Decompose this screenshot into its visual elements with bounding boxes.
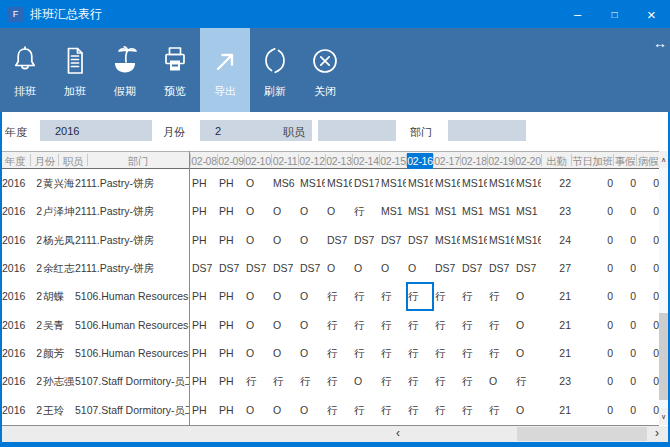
cell-attendance[interactable]: 21 <box>541 396 574 424</box>
cell-shift[interactable]: 行 <box>327 339 352 367</box>
cell-department[interactable]: 5107.Staff Dormitory-员工宿舍 <box>75 367 189 395</box>
cell-shift[interactable]: 行 <box>462 311 487 339</box>
header-date-02-20[interactable]: 02-20 <box>515 153 541 169</box>
cell-holiday-overtime[interactable]: 0 <box>571 282 617 310</box>
cell-month[interactable]: 2 <box>20 311 43 339</box>
toolbar-button-关闭[interactable]: 关闭 <box>300 28 350 112</box>
cell-employee-name[interactable]: 余红志 <box>43 254 75 282</box>
cell-department[interactable]: 2111.Pastry-饼房 <box>75 254 189 282</box>
cell-shift[interactable]: MS16 <box>489 226 514 254</box>
cell-shift[interactable]: O <box>300 311 325 339</box>
cell-shift[interactable]: PH <box>219 311 244 339</box>
filter-input-职员[interactable] <box>318 120 396 141</box>
cell-shift[interactable]: 行 <box>354 282 379 310</box>
cell-shift[interactable]: DS7 <box>219 254 244 282</box>
cell-shift[interactable]: 行 <box>354 396 379 424</box>
close-button[interactable]: × <box>633 0 670 28</box>
cell-shift[interactable]: 行 <box>435 396 460 424</box>
header-date-02-14[interactable]: 02-14 <box>353 153 379 169</box>
cell-shift[interactable]: O <box>516 311 541 339</box>
cell-shift[interactable]: 行 <box>381 282 406 310</box>
vertical-scrollbar[interactable]: ∧ ∨ <box>659 151 668 425</box>
cell-employee-name[interactable]: 卢泽坤 <box>43 197 75 225</box>
toolbar-button-刷新[interactable]: 刷新 <box>250 28 300 112</box>
cell-shift[interactable]: 行 <box>381 311 406 339</box>
cell-shift[interactable]: MS16 <box>435 226 460 254</box>
cell-shift[interactable]: DS7 <box>408 226 433 254</box>
cell-shift[interactable]: O <box>246 282 271 310</box>
scroll-left-icon[interactable]: ‹ <box>390 426 406 442</box>
header-date-02-10[interactable]: 02-10 <box>245 153 271 169</box>
header-summary-病假[interactable]: 病假 <box>637 153 659 169</box>
cell-holiday-overtime[interactable]: 0 <box>571 311 617 339</box>
cell-shift[interactable]: 行 <box>273 367 298 395</box>
cell-department[interactable]: 5106.Human Resources-人力资源 <box>75 339 189 367</box>
cell-department[interactable]: 2111.Pastry-饼房 <box>75 197 189 225</box>
cell-shift[interactable]: 行 <box>516 367 541 395</box>
cell-employee-name[interactable]: 胡蝶 <box>43 282 75 310</box>
header-date-02-13[interactable]: 02-13 <box>326 153 352 169</box>
cell-shift[interactable]: 行 <box>435 311 460 339</box>
cell-holiday-overtime[interactable]: 0 <box>571 396 617 424</box>
cell-department[interactable]: 5106.Human Resources-人力资源 <box>75 311 189 339</box>
cell-shift[interactable]: 行 <box>462 282 487 310</box>
cell-shift[interactable]: O <box>246 197 271 225</box>
cell-holiday-overtime[interactable]: 0 <box>571 169 617 197</box>
cell-shift[interactable]: MS16 <box>300 169 325 197</box>
cell-department[interactable]: 5107.Staff Dormitory-员工宿舍 <box>75 396 189 424</box>
cell-employee-name[interactable]: 颜芳 <box>43 339 75 367</box>
table-row[interactable]: 20162卢泽坤2111.Pastry-饼房PHPHOOOO行MS1MS1MS1… <box>0 197 659 226</box>
cell-shift[interactable]: MS16 <box>462 226 487 254</box>
horizontal-scrollbar-thumb[interactable] <box>517 427 647 441</box>
header-date-02-09[interactable]: 02-09 <box>218 153 244 169</box>
cell-shift[interactable]: 行 <box>408 396 433 424</box>
maximize-button[interactable]: □ <box>596 0 633 28</box>
cell-holiday-overtime[interactable]: 0 <box>571 339 617 367</box>
cell-shift[interactable]: PH <box>192 169 217 197</box>
cell-attendance[interactable]: 23 <box>541 367 574 395</box>
toolbar-button-排班[interactable]: 排班 <box>0 28 50 112</box>
toolbar-button-导出[interactable]: 导出 <box>200 28 250 112</box>
cell-shift[interactable]: O <box>246 396 271 424</box>
cell-shift[interactable]: O <box>327 197 352 225</box>
cell-shift[interactable]: PH <box>192 367 217 395</box>
cell-shift[interactable]: DS7 <box>516 254 541 282</box>
cell-attendance[interactable]: 27 <box>541 254 574 282</box>
cell-shift[interactable]: 行 <box>408 339 433 367</box>
cell-shift[interactable]: O <box>354 367 379 395</box>
cell-attendance[interactable]: 21 <box>541 282 574 310</box>
cell-shift[interactable]: MS6 <box>273 169 298 197</box>
cell-shift[interactable]: 行 <box>246 367 271 395</box>
header-date-02-17[interactable]: 02-17 <box>434 153 460 169</box>
cell-shift[interactable]: 行 <box>435 339 460 367</box>
cell-employee-name[interactable]: 吴青 <box>43 311 75 339</box>
cell-shift[interactable]: MS1 <box>462 197 487 225</box>
cell-shift[interactable]: DS7 <box>462 254 487 282</box>
cell-attendance[interactable]: 22 <box>541 169 574 197</box>
filter-input-年度[interactable] <box>40 120 152 141</box>
cell-shift[interactable]: O <box>516 339 541 367</box>
cell-shift[interactable]: 行 <box>435 282 460 310</box>
cell-shift[interactable]: O <box>327 254 352 282</box>
cell-shift[interactable]: DS7 <box>192 254 217 282</box>
cell-shift[interactable]: MS1 <box>408 197 433 225</box>
header-employee[interactable]: 职员 <box>59 153 87 169</box>
cell-shift[interactable]: 行 <box>381 367 406 395</box>
cell-shift[interactable]: MS1 <box>381 197 406 225</box>
cell-attendance[interactable]: 23 <box>541 197 574 225</box>
cell-shift[interactable]: O <box>516 282 541 310</box>
cell-month[interactable]: 2 <box>20 339 43 367</box>
header-summary-事假[interactable]: 事假 <box>614 153 636 169</box>
cell-shift[interactable]: O <box>489 367 514 395</box>
table-row[interactable]: 20162孙志强5107.Staff Dormitory-员工宿舍PHPH行行行… <box>0 367 659 396</box>
cell-shift[interactable]: O <box>273 339 298 367</box>
cell-holiday-overtime[interactable]: 0 <box>571 197 617 225</box>
cell-month[interactable]: 2 <box>20 197 43 225</box>
cell-shift[interactable]: 行 <box>489 339 514 367</box>
cell-shift[interactable]: 行 <box>381 339 406 367</box>
cell-shift[interactable]: PH <box>219 396 244 424</box>
cell-holiday-overtime[interactable]: 0 <box>571 226 617 254</box>
cell-shift[interactable]: MS16 <box>516 169 541 197</box>
cell-shift[interactable]: 行 <box>354 339 379 367</box>
cell-shift[interactable]: O <box>246 169 271 197</box>
